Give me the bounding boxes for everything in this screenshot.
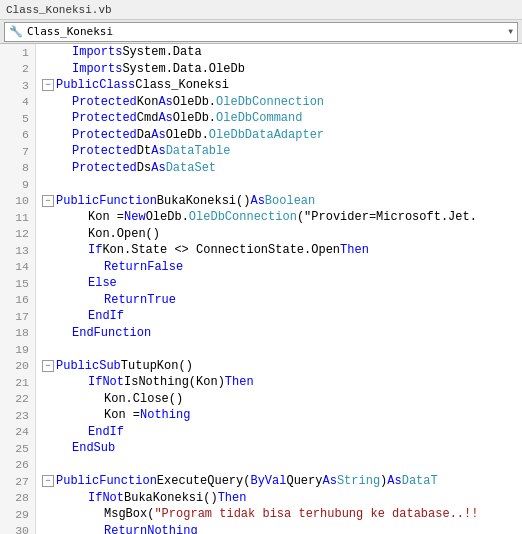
code-line: If Kon.State <> ConnectionState.Open The… bbox=[40, 242, 522, 259]
token-kw: Not bbox=[102, 375, 124, 389]
line-number: 18 bbox=[0, 325, 35, 342]
line-number: 22 bbox=[0, 391, 35, 408]
code-line: Else bbox=[40, 275, 522, 292]
token-str: "Program tidak bisa terhubung ke databas… bbox=[154, 507, 478, 521]
code-line: − Public Sub TutupKon() bbox=[40, 358, 522, 375]
code-line: Protected Dt As DataTable bbox=[40, 143, 522, 160]
line-number: 20 bbox=[0, 358, 35, 375]
fold-icon[interactable]: − bbox=[42, 475, 54, 487]
file-icon: 🔧 bbox=[9, 25, 23, 38]
line-number: 16 bbox=[0, 292, 35, 309]
token-kw: Function bbox=[99, 194, 157, 208]
token-plain: Ds bbox=[137, 161, 151, 175]
token-kw: Protected bbox=[72, 128, 137, 142]
fold-icon[interactable]: − bbox=[42, 195, 54, 207]
code-line: Imports System.Data bbox=[40, 44, 522, 61]
line-number: 2 bbox=[0, 61, 35, 78]
code-line: Protected Ds As DataSet bbox=[40, 160, 522, 177]
token-kw: True bbox=[147, 293, 176, 307]
token-plain: IsNothing(Kon) bbox=[124, 375, 225, 389]
code-line: Kon.Open() bbox=[40, 226, 522, 243]
token-kw: Imports bbox=[72, 45, 122, 59]
token-plain: OleDb. bbox=[173, 111, 216, 125]
token-kw: Then bbox=[340, 243, 369, 257]
code-line: − Public Function BukaKoneksi() As Boole… bbox=[40, 193, 522, 210]
filename: Class_Koneksi.vb bbox=[6, 4, 112, 16]
line-number: 28 bbox=[0, 490, 35, 507]
token-plain: ("Provider=Microsoft.Jet. bbox=[297, 210, 477, 224]
editor: 1234567891011121314151617181920212223242… bbox=[0, 44, 522, 534]
token-plain: Class_Koneksi bbox=[135, 78, 229, 92]
token-kw: Else bbox=[88, 276, 117, 290]
line-number: 14 bbox=[0, 259, 35, 276]
code-line: MsgBox("Program tidak bisa terhubung ke … bbox=[40, 506, 522, 523]
line-number: 27 bbox=[0, 473, 35, 490]
code-line: End If bbox=[40, 308, 522, 325]
token-kw: Function bbox=[94, 326, 152, 340]
token-kw: End bbox=[72, 326, 94, 340]
code-area: Imports System.DataImports System.Data.O… bbox=[36, 44, 522, 534]
code-line: Kon = Nothing bbox=[40, 407, 522, 424]
line-number: 4 bbox=[0, 94, 35, 111]
line-number: 24 bbox=[0, 424, 35, 441]
code-line: If Not IsNothing(Kon) Then bbox=[40, 374, 522, 391]
code-line: Protected Kon As OleDb.OleDbConnection bbox=[40, 94, 522, 111]
token-plain: Kon = bbox=[104, 408, 140, 422]
token-plain: System.Data.OleDb bbox=[122, 62, 244, 76]
code-line: Protected Da As OleDb.OleDbDataAdapter bbox=[40, 127, 522, 144]
token-kw: Return bbox=[104, 293, 147, 307]
line-number: 6 bbox=[0, 127, 35, 144]
token-kw: End bbox=[88, 309, 110, 323]
class-dropdown[interactable]: 🔧 Class_Koneksi ▼ bbox=[4, 22, 518, 42]
token-plain: Kon.Close() bbox=[104, 392, 183, 406]
code-line: Return Nothing bbox=[40, 523, 522, 535]
token-plain: ) bbox=[380, 474, 387, 488]
token-kw: Public bbox=[56, 194, 99, 208]
code-line: Return False bbox=[40, 259, 522, 276]
token-kw: If bbox=[110, 425, 124, 439]
title-bar: Class_Koneksi.vb bbox=[0, 0, 522, 20]
code-line: Imports System.Data.OleDb bbox=[40, 61, 522, 78]
line-number: 23 bbox=[0, 407, 35, 424]
token-kw: Sub bbox=[99, 359, 121, 373]
token-kw: End bbox=[72, 441, 94, 455]
token-kw: Return bbox=[104, 260, 147, 274]
chevron-down-icon: ▼ bbox=[508, 27, 513, 36]
code-line bbox=[40, 176, 522, 193]
line-number: 8 bbox=[0, 160, 35, 177]
line-number: 10 bbox=[0, 193, 35, 210]
token-kw: End bbox=[88, 425, 110, 439]
token-type: Boolean bbox=[265, 194, 315, 208]
token-plain: Cmd bbox=[137, 111, 159, 125]
token-kw: False bbox=[147, 260, 183, 274]
token-kw: If bbox=[88, 243, 102, 257]
token-plain: Da bbox=[137, 128, 151, 142]
line-number: 21 bbox=[0, 374, 35, 391]
code-line: End Sub bbox=[40, 440, 522, 457]
fold-icon[interactable]: − bbox=[42, 360, 54, 372]
token-kw: As bbox=[250, 194, 264, 208]
token-kw: New bbox=[124, 210, 146, 224]
token-kw: Protected bbox=[72, 161, 137, 175]
line-number: 15 bbox=[0, 275, 35, 292]
token-kw: Nothing bbox=[140, 408, 190, 422]
code-line: End Function bbox=[40, 325, 522, 342]
line-number: 26 bbox=[0, 457, 35, 474]
fold-icon[interactable]: − bbox=[42, 79, 54, 91]
line-number: 5 bbox=[0, 110, 35, 127]
token-kw: As bbox=[151, 128, 165, 142]
line-numbers: 1234567891011121314151617181920212223242… bbox=[0, 44, 36, 534]
token-plain: System.Data bbox=[122, 45, 201, 59]
token-type: DataSet bbox=[166, 161, 216, 175]
dropdown-bar[interactable]: 🔧 Class_Koneksi ▼ bbox=[0, 20, 522, 44]
token-kw: Not bbox=[102, 491, 124, 505]
token-kw: Class bbox=[99, 78, 135, 92]
line-number: 3 bbox=[0, 77, 35, 94]
token-kw: Function bbox=[99, 474, 157, 488]
code-line: Kon = New OleDb.OleDbConnection("Provide… bbox=[40, 209, 522, 226]
token-kw: Public bbox=[56, 474, 99, 488]
token-plain: ExecuteQuery( bbox=[157, 474, 251, 488]
code-line: If Not BukaKoneksi() Then bbox=[40, 490, 522, 507]
token-kw: As bbox=[151, 161, 165, 175]
token-plain: Dt bbox=[137, 144, 151, 158]
